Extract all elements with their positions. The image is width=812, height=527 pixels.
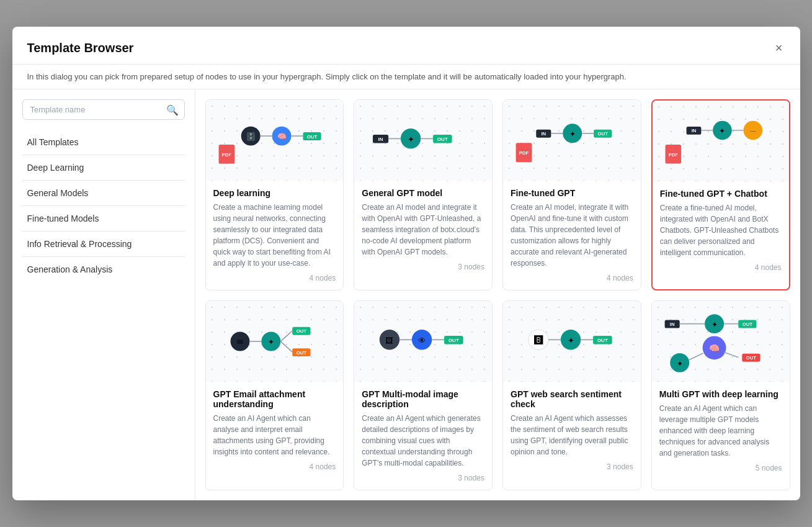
diagram-svg-3: PDF IN ✦ [511, 109, 633, 171]
svg-text:OUT: OUT [448, 338, 459, 343]
content-area: PDF 🗄️ 🧠 [195, 89, 800, 500]
card-title: GPT Email attachment understanding [213, 389, 336, 409]
svg-text:IN: IN [691, 128, 696, 133]
svg-text:OUT: OUT [597, 338, 608, 343]
card-desc: Create an AI Agent which generates detai… [362, 413, 484, 469]
sidebar-item-all[interactable]: All Templates [22, 130, 185, 155]
svg-text:🧠: 🧠 [277, 132, 287, 141]
close-button[interactable]: × [773, 39, 785, 56]
card-nodes: 5 nodes [659, 464, 782, 472]
svg-text:OUT: OUT [296, 350, 306, 356]
card-info-general-gpt: General GPT model Create an AI model and… [354, 181, 492, 279]
card-title: Fine-tuned GPT + Chatbot [660, 189, 782, 199]
svg-line-78 [724, 352, 738, 358]
card-desc: Create an AI model and integrate it with… [362, 202, 484, 258]
card-deep-learning[interactable]: PDF 🗄️ 🧠 [205, 99, 344, 291]
svg-text:IN: IN [378, 137, 383, 142]
svg-text:✦: ✦ [676, 359, 682, 368]
card-desc: Create an AI model, integrate it with Op… [511, 202, 633, 269]
svg-text:✉: ✉ [236, 338, 243, 346]
svg-text:👁: 👁 [418, 336, 426, 345]
card-fine-tuned-gpt[interactable]: PDF IN ✦ [502, 99, 641, 291]
svg-text:✦: ✦ [719, 127, 725, 135]
card-multi-gpt-deep[interactable]: IN ✦ OUT 🧠 [651, 300, 790, 490]
svg-text:OUT: OUT [437, 137, 448, 142]
card-title: Multi GPT with deep learning [659, 389, 782, 399]
svg-text:OUT: OUT [742, 322, 752, 327]
card-title: GPT web search sentiment check [511, 389, 633, 409]
svg-text:OUT: OUT [296, 328, 306, 334]
search-icon: 🔍 [166, 104, 179, 115]
card-gpt-web-search[interactable]: 🅱 ✦ OUT [502, 300, 641, 490]
card-info-multimodal: GPT Multi-modal image description Create… [354, 382, 492, 490]
sidebar-item-fine-tuned[interactable]: Fine-tuned Models [22, 206, 185, 232]
sidebar-item-general-models[interactable]: General Models [22, 181, 185, 206]
modal-body: 🔍 All Templates Deep Learning General Mo… [12, 89, 800, 500]
svg-text:PDF: PDF [519, 150, 529, 156]
card-diagram-fine-tuned: PDF IN ✦ [503, 100, 641, 181]
card-desc: Create an AI Agent which assesses the se… [511, 413, 633, 457]
card-diagram-websearch: 🅱 ✦ OUT [503, 301, 641, 382]
diagram-svg-4: PDF IN ✦ [660, 107, 782, 175]
sidebar-item-deep-learning[interactable]: Deep Learning [22, 155, 185, 181]
svg-text:✦: ✦ [568, 336, 574, 345]
svg-text:🖼: 🖼 [386, 336, 394, 345]
card-gpt-email[interactable]: ✉ ✦ OUT [205, 300, 344, 490]
modal-subtitle: In this dialog you can pick from prepare… [12, 65, 800, 89]
card-info-chatbot: Fine-tuned GPT + Chatbot Create a fine-t… [653, 181, 789, 279]
card-fine-tuned-chatbot[interactable]: PDF IN ✦ [651, 99, 790, 291]
card-info-fine-tuned: Fine-tuned GPT Create an AI model, integ… [503, 181, 641, 290]
svg-text:PDF: PDF [668, 152, 678, 158]
svg-text:OUT: OUT [306, 134, 317, 140]
search-input[interactable] [22, 99, 185, 120]
svg-line-44 [280, 341, 292, 352]
svg-text:···: ··· [750, 127, 756, 135]
template-browser-modal: Template Browser × In this dialog you ca… [12, 27, 800, 500]
card-nodes: 4 nodes [660, 263, 782, 272]
card-nodes: 3 nodes [511, 462, 633, 471]
card-desc: Create a fine-tuned AI model, integrated… [660, 202, 782, 258]
card-info-email: GPT Email attachment understanding Creat… [206, 382, 344, 479]
svg-text:IN: IN [541, 131, 546, 137]
diagram-svg-5: ✉ ✦ OUT [213, 304, 336, 379]
card-diagram-chatbot: PDF IN ✦ [653, 101, 789, 181]
card-title: GPT Multi-modal image description [362, 389, 484, 409]
card-general-gpt[interactable]: IN ✦ OUT [354, 99, 493, 291]
card-gpt-multimodal[interactable]: 🖼 👁 OUT [354, 300, 493, 490]
svg-line-77 [689, 353, 703, 360]
card-nodes: 4 nodes [213, 462, 336, 471]
card-nodes: 4 nodes [213, 274, 336, 282]
svg-text:✦: ✦ [408, 135, 414, 144]
svg-text:✦: ✦ [267, 338, 274, 346]
svg-text:✦: ✦ [711, 320, 717, 329]
card-info-multigpt: Multi GPT with deep learning Create an A… [652, 382, 790, 480]
card-nodes: 3 nodes [362, 263, 484, 271]
svg-text:🧠: 🧠 [709, 343, 720, 354]
diagram-svg-7: 🅱 ✦ OUT [511, 317, 633, 366]
diagram-svg-8: IN ✦ OUT 🧠 [659, 304, 782, 379]
sidebar-item-info-retrieval[interactable]: Info Retrieval & Processing [22, 232, 185, 257]
modal-title: Template Browser [27, 41, 134, 55]
svg-text:✦: ✦ [569, 130, 576, 138]
svg-text:OUT: OUT [746, 355, 756, 361]
sidebar-item-generation[interactable]: Generation & Analysis [22, 257, 185, 282]
card-desc: Create a machine learning model using ne… [213, 202, 336, 269]
diagram-svg-6: 🖼 👁 OUT [362, 317, 484, 366]
card-desc: Create an AI Agent which can analyse and… [213, 413, 336, 457]
card-diagram-multigpt: IN ✦ OUT 🧠 [652, 301, 790, 382]
search-box: 🔍 [22, 99, 185, 120]
card-diagram-general-gpt: IN ✦ OUT [354, 100, 492, 181]
card-title: Deep learning [213, 188, 336, 198]
svg-text:🅱: 🅱 [534, 335, 543, 345]
card-nodes: 3 nodes [362, 474, 484, 482]
card-diagram-email: ✉ ✦ OUT [206, 301, 344, 382]
sidebar: 🔍 All Templates Deep Learning General Mo… [12, 89, 195, 500]
card-info-websearch: GPT web search sentiment check Create an… [503, 382, 641, 479]
cards-grid: PDF 🗄️ 🧠 [205, 99, 790, 490]
svg-text:IN: IN [670, 322, 675, 327]
diagram-svg-2: IN ✦ OUT [362, 115, 484, 165]
card-desc: Create an AI Agent which can leverage mu… [659, 403, 782, 459]
svg-line-43 [280, 331, 292, 341]
card-title: Fine-tuned GPT [511, 188, 633, 198]
card-title: General GPT model [362, 188, 484, 198]
